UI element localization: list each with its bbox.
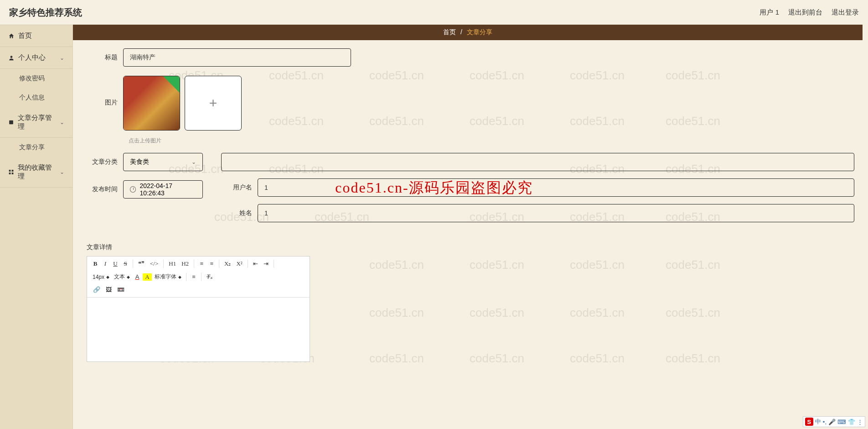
ime-keyboard-icon[interactable]: ⌨ — [837, 419, 846, 425]
clear-format-button[interactable]: Tₓ — [204, 272, 215, 282]
username-label: 用户名 — [221, 183, 258, 192]
bold-button[interactable]: B — [91, 259, 100, 268]
article-icon — [8, 119, 14, 126]
ime-logo-icon: S — [805, 418, 813, 426]
sidebar-item-personal[interactable]: 个人中心 ⌄ — [0, 47, 72, 69]
title-label: 标题 — [87, 53, 123, 62]
code-block-button[interactable]: </> — [148, 259, 160, 268]
fontsize-select[interactable]: 14px◆ — [91, 273, 111, 281]
publish-date-input[interactable]: 2022-04-17 10:26:43 — [123, 180, 203, 199]
sidebar-item-profile[interactable]: 个人信息 — [0, 88, 72, 107]
sidebar-item-favorites[interactable]: 我的收藏管理 ⌄ — [0, 157, 72, 188]
link-button[interactable]: 🔗 — [91, 285, 103, 294]
breadcrumb-current: 文章分享 — [467, 28, 492, 36]
breadcrumb-sep: / — [460, 28, 462, 36]
chevron-down-icon: ⌄ — [60, 55, 64, 61]
sidebar-item-article-share[interactable]: 文章分享 — [0, 138, 72, 157]
sidebar-item-change-password[interactable]: 修改密码 — [0, 69, 72, 88]
publish-label: 发布时间 — [87, 185, 123, 194]
ime-mic-icon[interactable]: 🎤 — [828, 419, 836, 425]
h1-button[interactable]: H1 — [166, 259, 178, 268]
sidebar-item-label: 文章分享管理 — [18, 114, 56, 131]
success-badge-icon — [163, 76, 180, 93]
editor-toolbar: B I U S ❝❞ </> H1 H2 ≡ ≡ X₂ X² — [87, 256, 310, 298]
outdent-button[interactable]: ⇤ — [251, 259, 260, 268]
svg-rect-5 — [12, 173, 14, 174]
image-button[interactable]: 🖼 — [103, 285, 114, 294]
rich-text-editor: B I U S ❝❞ </> H1 H2 ≡ ≡ X₂ X² — [87, 256, 310, 362]
logout-link[interactable]: 退出登录 — [832, 8, 859, 17]
sidebar: 首页 个人中心 ⌄ 修改密码 个人信息 文章分享管理 ⌄ 文章分享 我的收藏管理… — [0, 25, 73, 429]
editor-body[interactable] — [87, 298, 310, 361]
goto-frontend-link[interactable]: 退出到前台 — [788, 8, 822, 17]
sidebar-item-label: 我的收藏管理 — [18, 163, 56, 181]
name-input[interactable] — [258, 204, 854, 222]
svg-rect-2 — [9, 170, 11, 172]
main-content: 首页 / 文章分享 标题 图片 + — [73, 25, 868, 429]
user-icon — [8, 55, 15, 61]
category-label: 文章分类 — [87, 158, 123, 166]
italic-button[interactable]: I — [101, 259, 110, 268]
textmode-select[interactable]: 文本◆ — [112, 272, 132, 282]
title-input[interactable] — [123, 48, 351, 67]
strike-button[interactable]: S — [121, 259, 130, 268]
text-color-button[interactable]: A — [133, 272, 142, 282]
superscript-button[interactable]: X² — [234, 259, 244, 268]
subscript-button[interactable]: X₂ — [222, 259, 233, 268]
detail-label: 文章详情 — [87, 243, 854, 251]
h2-button[interactable]: H2 — [179, 259, 191, 268]
grid-icon — [8, 169, 14, 175]
ordered-list-button[interactable]: ≡ — [197, 259, 206, 268]
sidebar-item-label: 首页 — [18, 31, 32, 40]
app-title: 家乡特色推荐系统 — [9, 6, 82, 19]
chevron-down-icon: ⌄ — [60, 169, 64, 175]
ime-menu-icon[interactable]: ⋮ — [857, 419, 863, 425]
category-select[interactable]: 美食类 ⌄ — [123, 153, 203, 171]
image-label: 图片 — [87, 76, 123, 107]
user-label[interactable]: 用户 1 — [760, 8, 779, 17]
breadcrumb-home[interactable]: 首页 — [443, 28, 456, 36]
ime-punct-icon[interactable]: •, — [823, 419, 827, 425]
bg-color-button[interactable]: A — [143, 273, 152, 281]
fontfamily-select[interactable]: 标准字体◆ — [153, 272, 183, 282]
home-icon — [8, 33, 15, 39]
breadcrumb: 首页 / 文章分享 — [73, 25, 863, 40]
svg-rect-4 — [9, 173, 11, 174]
video-button[interactable]: 📼 — [115, 285, 127, 294]
category-value: 美食类 — [130, 158, 149, 166]
upload-hint: 点击上传图片 — [129, 137, 854, 145]
add-image-button[interactable]: + — [185, 76, 242, 131]
sidebar-item-article-mgmt[interactable]: 文章分享管理 ⌄ — [0, 107, 72, 138]
unordered-list-button[interactable]: ≡ — [207, 259, 216, 268]
chevron-down-icon: ⌄ — [60, 119, 64, 126]
plus-icon: + — [209, 95, 217, 111]
align-select[interactable]: ≡ — [189, 272, 198, 282]
ime-skin-icon[interactable]: 👕 — [848, 419, 855, 425]
clock-icon — [130, 186, 136, 193]
sidebar-item-home[interactable]: 首页 — [0, 25, 72, 47]
sidebar-item-label: 个人中心 — [18, 53, 46, 62]
topbar: 家乡特色推荐系统 用户 1 退出到前台 退出登录 — [0, 0, 868, 25]
name-label: 姓名 — [221, 209, 258, 217]
ime-lang-icon[interactable]: 中 — [815, 418, 821, 426]
quote-button[interactable]: ❝❞ — [136, 259, 147, 268]
image-preview[interactable] — [123, 76, 180, 131]
topbar-right: 用户 1 退出到前台 退出登录 — [760, 8, 859, 17]
svg-rect-3 — [12, 170, 14, 172]
ime-bar: S 中 •, 🎤 ⌨ 👕 ⋮ — [803, 416, 865, 427]
indent-button[interactable]: ⇥ — [261, 259, 271, 268]
svg-rect-1 — [9, 120, 13, 125]
svg-point-0 — [10, 56, 13, 58]
row1-input[interactable] — [221, 153, 854, 171]
publish-date-value: 2022-04-17 10:26:43 — [140, 182, 196, 197]
underline-button[interactable]: U — [111, 259, 120, 268]
username-input[interactable] — [258, 178, 854, 197]
chevron-down-icon: ⌄ — [191, 159, 196, 165]
